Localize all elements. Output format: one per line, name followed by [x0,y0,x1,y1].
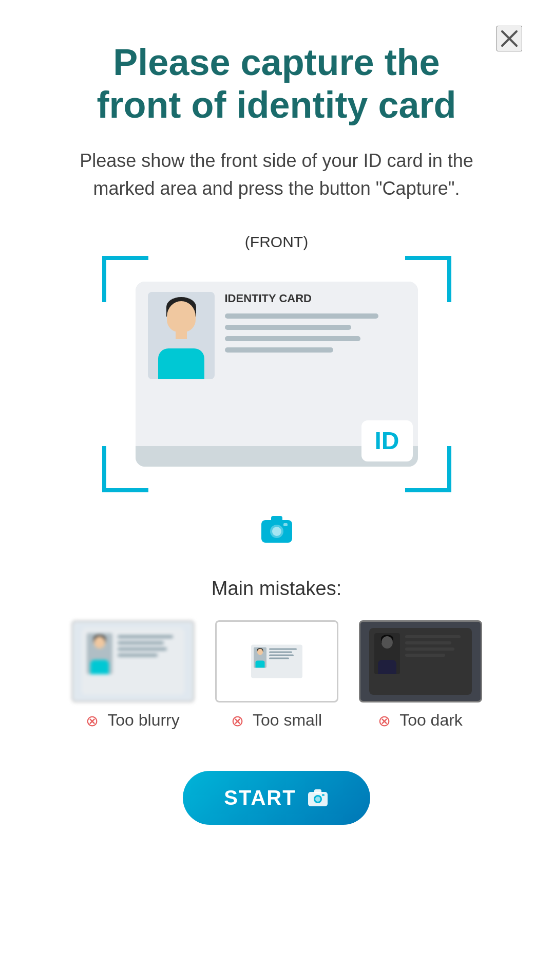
mistake-image-blurry [71,620,195,702]
avatar-neck [176,329,187,339]
id-badge-text: ID [375,427,399,455]
start-button-label: START [224,786,296,809]
mistake-label-blurry: ⊗ Too blurry [86,711,180,730]
svg-point-5 [272,527,281,536]
id-line-4 [225,347,333,353]
avatar-head [167,301,196,332]
mini-photo-small [254,647,266,668]
avatar [148,292,215,379]
id-card-title: IDENTITY CARD [225,292,406,305]
svg-point-10 [315,797,320,802]
page-container: Please capture the front of identity car… [0,0,553,980]
mistake-label-dark: ⊗ Too dark [378,711,463,730]
id-line-2 [225,325,351,330]
mistake-text-dark: Too dark [399,711,463,730]
mistake-image-small [215,620,338,702]
scan-label: (FRONT) [102,233,451,251]
error-icon-small: ⊗ [231,712,247,728]
id-badge: ID [361,420,413,461]
close-button[interactable] [497,26,522,51]
start-button[interactable]: START [183,771,370,825]
id-card-info: IDENTITY CARD [225,292,406,436]
mistakes-section: Main mistakes: [46,578,508,750]
id-card-photo [148,292,215,379]
mistakes-title: Main mistakes: [212,578,341,600]
mistake-item-small: ⊗ Too small [215,620,338,730]
mistake-image-dark [359,620,482,702]
mistake-text-blurry: Too blurry [107,711,180,730]
subtitle-text: Please show the front side of your ID ca… [77,147,477,202]
mini-id-small [251,644,302,678]
scan-area: (FRONT) [102,233,451,492]
close-icon [499,28,520,49]
page-title: Please capture the front of identity car… [97,41,456,126]
id-line-3 [225,336,360,341]
start-camera-icon [307,786,329,809]
svg-rect-8 [314,789,321,793]
error-icon-blurry: ⊗ [86,712,102,728]
camera-capture-area [259,511,295,547]
id-frame: IDENTITY CARD ID [102,256,451,492]
mini-photo-blurry [87,633,112,674]
mini-info-blurry [118,633,179,690]
svg-rect-6 [283,523,288,526]
mini-info-small [269,647,300,675]
mistakes-grid: ⊗ Too blurry [71,620,482,730]
id-card-illustration: IDENTITY CARD ID [136,282,418,467]
avatar-body [158,348,204,379]
mistake-item-dark: ⊗ Too dark [359,620,482,730]
svg-rect-11 [322,794,325,796]
camera-icon [259,511,295,547]
error-icon-dark: ⊗ [378,712,394,728]
mini-info-dark [405,633,467,690]
mini-photo-dark [374,633,400,674]
mistake-label-small: ⊗ Too small [231,711,322,730]
mini-id-dark [369,628,472,695]
svg-rect-3 [271,516,282,522]
mistake-item-blurry: ⊗ Too blurry [71,620,195,730]
id-line-1 [225,313,378,319]
mistake-text-small: Too small [253,711,322,730]
mini-id-blurry [82,628,184,695]
